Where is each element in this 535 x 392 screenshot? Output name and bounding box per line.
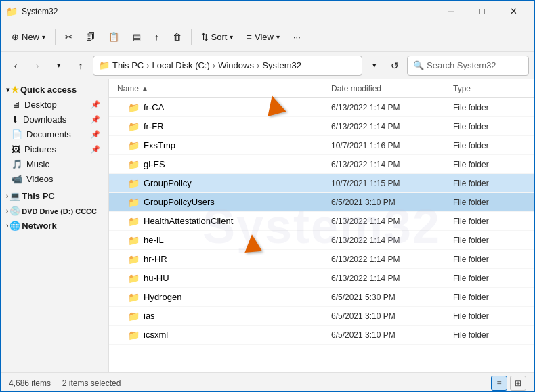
view-chevron-icon: ▾ bbox=[276, 33, 280, 41]
table-row[interactable]: 📁icsxml 6/5/2021 3:10 PM File folder bbox=[109, 326, 534, 345]
cut-button[interactable]: ✂ bbox=[60, 26, 78, 49]
back-button[interactable]: ‹ bbox=[6, 56, 25, 75]
table-row[interactable]: 📁fr-CA 6/13/2022 1:14 PM File folder bbox=[109, 98, 534, 117]
table-row[interactable]: 📁GroupPolicyUsers 6/5/2021 3:10 PM File … bbox=[109, 193, 534, 212]
view-button[interactable]: ≡ View ▾ bbox=[241, 26, 285, 49]
folder-icon: 📁 bbox=[128, 273, 140, 284]
statusbar: 4,686 items 2 items selected ≡ ⊞ bbox=[1, 372, 534, 392]
breadcrumb-thispc[interactable]: This PC bbox=[112, 60, 144, 70]
window-icon: 📁 bbox=[6, 6, 18, 17]
breadcrumb-system32[interactable]: System32 bbox=[262, 60, 301, 70]
filelist-header: Name ▲ Date modified Type bbox=[109, 79, 534, 98]
sidebar-videos-label: Videos bbox=[26, 174, 53, 184]
share-button[interactable]: ↑ bbox=[149, 26, 165, 49]
sidebar-group-quickaccess[interactable]: ▾ ★ Quick access bbox=[3, 83, 106, 97]
folder-icon: 📁 bbox=[128, 292, 140, 303]
selected-info: 2 items selected bbox=[62, 378, 121, 388]
new-icon: ⊕ bbox=[12, 32, 19, 42]
address-actions: ▾ ↺ bbox=[365, 56, 404, 75]
sidebar-item-pictures[interactable]: 🖼 Pictures 📌 bbox=[3, 142, 106, 156]
new-button[interactable]: ⊕ New ▾ bbox=[6, 26, 51, 49]
table-row[interactable]: 📁hr-HR 6/13/2022 1:14 PM File folder bbox=[109, 250, 534, 269]
sort-button[interactable]: ⇅ Sort ▾ bbox=[196, 26, 239, 49]
table-row[interactable]: 📁Hydrogen 6/5/2021 5:30 PM File folder bbox=[109, 288, 534, 307]
thispc-folder-icon: 💻 bbox=[9, 191, 20, 201]
sidebar-item-music[interactable]: 🎵 Music bbox=[3, 157, 106, 171]
breadcrumb-folder-icon: 📁 bbox=[99, 60, 110, 70]
refresh-button[interactable]: ↺ bbox=[385, 56, 404, 75]
paste-icon: 📋 bbox=[108, 32, 119, 42]
search-icon: 🔍 bbox=[413, 60, 424, 70]
videos-icon: 📹 bbox=[12, 174, 22, 184]
paste-button[interactable]: 📋 bbox=[103, 26, 125, 49]
thispc-label: This PC bbox=[22, 191, 54, 201]
maximize-button[interactable]: □ bbox=[467, 1, 498, 22]
up-button[interactable]: ↑ bbox=[71, 56, 90, 75]
minimize-button[interactable]: ─ bbox=[435, 1, 467, 22]
folder-icon: 📁 bbox=[128, 102, 140, 113]
search-placeholder: Search System32 bbox=[427, 60, 496, 70]
copy-button[interactable]: 🗐 bbox=[81, 26, 100, 49]
dropdown-button[interactable]: ▾ bbox=[365, 56, 384, 75]
table-row[interactable]: 📁FxsTmp 10/7/2021 1:16 PM File folder bbox=[109, 136, 534, 155]
item-count: 4,686 items bbox=[9, 378, 51, 388]
details-view-toggle[interactable]: ≡ bbox=[491, 376, 507, 391]
table-row[interactable]: 📁gl-ES 6/13/2022 1:14 PM File folder bbox=[109, 155, 534, 174]
desktop-icon: 🖥 bbox=[12, 100, 20, 110]
table-row[interactable]: 📁ias 6/5/2021 3:10 PM File folder bbox=[109, 307, 534, 326]
breadcrumb-windows[interactable]: Windows bbox=[218, 60, 254, 70]
more-icon: ··· bbox=[293, 32, 301, 42]
documents-icon: 📄 bbox=[12, 129, 22, 139]
statusbar-left: 4,686 items 2 items selected bbox=[9, 378, 121, 388]
pin-icon-dl: 📌 bbox=[91, 115, 100, 124]
folder-icon: 📁 bbox=[128, 235, 140, 246]
table-row[interactable]: 📁he-IL 6/13/2022 1:14 PM File folder bbox=[109, 231, 534, 250]
network-label: Network bbox=[22, 221, 56, 231]
address-path[interactable]: 📁 This PC › Local Disk (C:) › Windows › … bbox=[93, 56, 362, 76]
pin-icon-doc: 📌 bbox=[91, 130, 100, 139]
recent-button[interactable]: ▾ bbox=[49, 56, 68, 75]
folder-icon: 📁 bbox=[128, 140, 140, 151]
search-box[interactable]: 🔍 Search System32 bbox=[407, 56, 529, 76]
col-type-header[interactable]: Type bbox=[448, 84, 529, 93]
copy-icon: 🗐 bbox=[86, 32, 95, 42]
sidebar-item-documents[interactable]: 📄 Documents 📌 bbox=[3, 127, 106, 141]
folder-icon: 📁 bbox=[128, 311, 140, 322]
large-icons-toggle[interactable]: ⊞ bbox=[510, 376, 526, 391]
new-chevron-icon: ▾ bbox=[42, 33, 45, 41]
rename-icon: ▤ bbox=[133, 32, 141, 42]
titlebar-left: 📁 System32 bbox=[6, 6, 58, 17]
sidebar-item-downloads[interactable]: ⬇ Downloads 📌 bbox=[3, 112, 106, 127]
music-icon: 🎵 bbox=[12, 159, 22, 169]
dvd-icon: 💿 bbox=[9, 206, 20, 216]
table-row[interactable]: 📁fr-FR 6/13/2022 1:14 PM File folder bbox=[109, 117, 534, 136]
forward-button[interactable]: › bbox=[28, 56, 47, 75]
table-row[interactable]: 📁hu-HU 6/13/2022 1:14 PM File folder bbox=[109, 269, 534, 288]
sidebar-item-desktop[interactable]: 🖥 Desktop 📌 bbox=[3, 97, 106, 112]
delete-icon: 🗑 bbox=[173, 32, 181, 42]
folder-icon: 📁 bbox=[128, 254, 140, 265]
sidebar: ▾ ★ Quick access 🖥 Desktop 📌 ⬇ Downloads… bbox=[1, 79, 109, 372]
breadcrumb-localdisk[interactable]: Local Disk (C:) bbox=[152, 60, 210, 70]
toolbar: ⊕ New ▾ ✂ 🗐 📋 ▤ ↑ 🗑 ⇅ Sort ▾ ≡ View ▾ ··… bbox=[1, 22, 534, 52]
sidebar-item-videos[interactable]: 📹 Videos bbox=[3, 172, 106, 186]
sidebar-group-network[interactable]: › 🌐 Network bbox=[3, 219, 106, 233]
folder-icon: 📁 bbox=[128, 121, 140, 132]
sidebar-group-dvd[interactable]: › 💿 DVD Drive (D:) CCCC bbox=[3, 204, 106, 218]
col-name-header[interactable]: Name ▲ bbox=[109, 84, 326, 93]
sidebar-music-label: Music bbox=[26, 159, 49, 169]
col-date-header[interactable]: Date modified bbox=[326, 84, 448, 93]
addressbar: ‹ › ▾ ↑ 📁 This PC › Local Disk (C:) › Wi… bbox=[1, 52, 534, 79]
rename-button[interactable]: ▤ bbox=[127, 26, 146, 49]
folder-icon: 📁 bbox=[128, 330, 140, 341]
sort-chevron-icon: ▾ bbox=[230, 33, 233, 41]
delete-button[interactable]: 🗑 bbox=[167, 26, 187, 49]
sidebar-pictures-label: Pictures bbox=[24, 144, 56, 154]
table-row[interactable]: 📁HealthAttestationClient 6/13/2022 1:14 … bbox=[109, 212, 534, 231]
close-button[interactable]: ✕ bbox=[498, 1, 529, 22]
filelist[interactable]: System32 ▲ ▲ Name ▲ Date modified Type 📁… bbox=[109, 79, 534, 372]
pin-icon-pic: 📌 bbox=[91, 145, 100, 154]
table-row[interactable]: 📁GroupPolicy 10/7/2021 1:15 PM File fold… bbox=[109, 174, 534, 193]
sidebar-group-thispc[interactable]: › 💻 This PC bbox=[3, 189, 106, 203]
more-button[interactable]: ··· bbox=[288, 26, 306, 49]
